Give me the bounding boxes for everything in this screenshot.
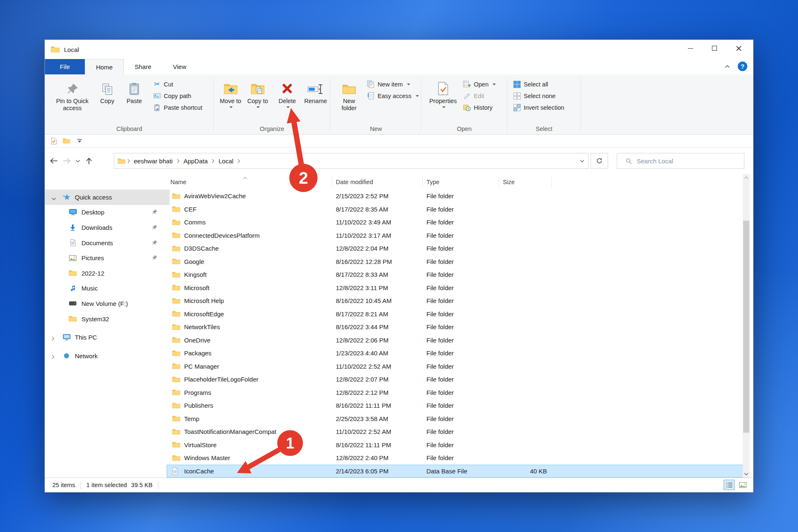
- scrollbar-thumb[interactable]: [743, 221, 749, 433]
- file-row[interactable]: ToastNotificationManagerCompat 11/10/202…: [167, 425, 744, 438]
- tab-home[interactable]: Home: [85, 59, 124, 74]
- search-icon: [625, 157, 633, 165]
- easy-access-button[interactable]: Easy access: [365, 90, 421, 101]
- cut-button[interactable]: ✂ Cut: [150, 79, 205, 90]
- forward-button[interactable]: [61, 155, 72, 167]
- file-row[interactable]: Kingsoft 8/17/2022 8:33 AM File folder: [167, 268, 744, 281]
- file-type: File folder: [423, 219, 499, 226]
- pin-to-quick-access-button[interactable]: Pin to Quick access: [51, 77, 94, 121]
- address-dropdown-button[interactable]: [576, 153, 587, 168]
- delete-button[interactable]: Delete: [274, 77, 301, 121]
- properties-quick-icon[interactable]: [50, 137, 57, 145]
- file-row[interactable]: Microsoft Help 8/16/2022 10:45 AM File f…: [167, 294, 744, 308]
- file-row[interactable]: PlaceholderTileLogoFolder 12/8/2022 2:07…: [167, 373, 744, 386]
- copy-to-button[interactable]: Copy to: [244, 77, 271, 121]
- tab-share[interactable]: Share: [124, 59, 162, 74]
- up-button[interactable]: [83, 155, 94, 167]
- file-row[interactable]: PC Manager 11/10/2022 2:52 AM File folde…: [167, 360, 744, 373]
- file-type: File folder: [423, 454, 499, 461]
- address-bar[interactable]: eeshwar bhati AppData Local: [114, 153, 589, 169]
- file-row[interactable]: MicrosoftEdge 8/17/2022 8:21 AM File fol…: [167, 308, 744, 321]
- file-date-modified: 11/10/2022 2:52 AM: [332, 363, 423, 370]
- sidebar-label: New Volume (F:): [81, 300, 128, 307]
- select-none-button[interactable]: Select none: [510, 90, 567, 101]
- column-header-date-modified[interactable]: Date modified: [332, 177, 423, 187]
- details-view-button[interactable]: [724, 480, 735, 490]
- folder-quick-icon[interactable]: [63, 137, 70, 145]
- file-row[interactable]: CEF 8/17/2022 8:35 AM File folder: [167, 203, 744, 216]
- file-row[interactable]: IconCache 2/14/2023 6:05 PM Data Base Fi…: [167, 465, 744, 478]
- file-row[interactable]: OneDrive 12/8/2022 2:06 PM File folder: [167, 334, 744, 347]
- sidebar-item-new-volume-f-[interactable]: New Volume (F:): [45, 296, 170, 311]
- refresh-button[interactable]: [591, 153, 608, 169]
- sidebar-item-desktop[interactable]: Desktop: [45, 205, 170, 220]
- file-row[interactable]: AviraWebView2Cache 2/15/2023 2:52 PM Fil…: [167, 190, 744, 203]
- chevron-right-icon[interactable]: [52, 353, 57, 358]
- title-bar[interactable]: Local: [45, 40, 753, 59]
- select-all-button[interactable]: Select all: [510, 79, 567, 90]
- maximize-button[interactable]: [702, 40, 727, 57]
- help-button[interactable]: ?: [738, 62, 747, 71]
- copy-button[interactable]: Copy: [94, 77, 121, 121]
- new-item-button[interactable]: New item: [365, 79, 421, 90]
- file-date-modified: 2/25/2023 3:58 AM: [332, 415, 423, 422]
- chevron-down-icon[interactable]: [52, 195, 57, 200]
- vertical-scrollbar[interactable]: [743, 174, 750, 478]
- invert-selection-button[interactable]: Invert selection: [510, 102, 567, 113]
- file-row[interactable]: Windows Master 12/8/2022 2:40 PM File fo…: [167, 451, 744, 465]
- column-headers: Name Date modified Type Size: [167, 174, 744, 190]
- sidebar-item-music[interactable]: Music: [45, 281, 170, 296]
- file-row[interactable]: NetworkTiles 8/16/2022 3:44 PM File fold…: [167, 320, 744, 334]
- history-button[interactable]: History: [461, 102, 498, 113]
- sidebar-item-quick-access[interactable]: Quick access: [45, 190, 170, 205]
- chevron-right-icon[interactable]: [52, 335, 57, 340]
- file-name: IconCache: [184, 468, 214, 475]
- scroll-down-icon[interactable]: [743, 470, 750, 478]
- thumbnails-view-button[interactable]: [737, 480, 748, 490]
- sidebar-item-network[interactable]: Network: [45, 348, 170, 364]
- breadcrumb-local[interactable]: Local: [216, 158, 236, 165]
- move-to-button[interactable]: Move to: [217, 77, 244, 121]
- column-header-name[interactable]: Name: [167, 177, 332, 187]
- back-button[interactable]: [48, 155, 59, 167]
- tab-view[interactable]: View: [162, 59, 197, 74]
- column-header-size[interactable]: Size: [499, 177, 552, 187]
- file-type: File folder: [423, 402, 499, 409]
- column-header-type[interactable]: Type: [423, 177, 499, 187]
- tab-file[interactable]: File: [45, 59, 85, 74]
- breadcrumb-appdata[interactable]: AppData: [181, 158, 210, 165]
- file-row[interactable]: Packages 1/23/2023 4:40 AM File folder: [167, 347, 744, 360]
- paste-shortcut-button[interactable]: Paste shortcut: [150, 102, 205, 113]
- file-row[interactable]: Publishers 8/16/2022 11:11 PM File folde…: [167, 399, 744, 412]
- collapse-ribbon-icon[interactable]: [723, 62, 731, 70]
- sidebar-item-system32[interactable]: System32: [45, 311, 170, 327]
- scroll-up-icon[interactable]: [743, 174, 750, 181]
- file-row[interactable]: ConnectedDevicesPlatform 11/10/2022 3:17…: [167, 229, 744, 242]
- recent-locations-button[interactable]: [74, 155, 81, 167]
- copy-to-icon: [250, 79, 265, 96]
- edit-button[interactable]: Edit: [461, 90, 498, 101]
- sidebar-item-pictures[interactable]: Pictures: [45, 250, 170, 266]
- sidebar-item-2022-12[interactable]: 2022-12: [45, 266, 170, 281]
- file-row[interactable]: Microsoft 12/8/2022 3:11 PM File folder: [167, 281, 744, 295]
- sidebar-item-downloads[interactable]: Downloads: [45, 220, 170, 235]
- file-row[interactable]: Temp 2/25/2023 3:58 AM File folder: [167, 412, 744, 426]
- paste-button[interactable]: Paste: [121, 77, 148, 121]
- breadcrumb-user[interactable]: eeshwar bhati: [131, 158, 175, 165]
- sidebar-item-this-pc[interactable]: This PC: [45, 330, 170, 345]
- file-row[interactable]: VirtualStore 8/16/2022 11:11 PM File fol…: [167, 438, 744, 452]
- search-input[interactable]: Search Local: [617, 153, 744, 169]
- file-row[interactable]: Google 8/16/2022 12:28 PM File folder: [167, 255, 744, 268]
- file-row[interactable]: Comms 11/10/2022 3:49 AM File folder: [167, 216, 744, 229]
- new-folder-button[interactable]: New folder: [335, 77, 363, 121]
- sidebar-item-documents[interactable]: Documents: [45, 235, 170, 251]
- customize-toolbar-icon[interactable]: [76, 137, 83, 145]
- copy-path-button[interactable]: Copy path: [150, 90, 205, 101]
- minimize-button[interactable]: [678, 40, 702, 57]
- rename-button[interactable]: Rename: [301, 77, 330, 121]
- properties-button[interactable]: Properties: [426, 77, 461, 121]
- open-button[interactable]: Open: [461, 79, 498, 90]
- close-button[interactable]: [727, 40, 751, 57]
- file-row[interactable]: Programs 12/8/2022 2:12 PM File folder: [167, 386, 744, 399]
- file-row[interactable]: D3DSCache 12/8/2022 2:04 PM File folder: [167, 242, 744, 255]
